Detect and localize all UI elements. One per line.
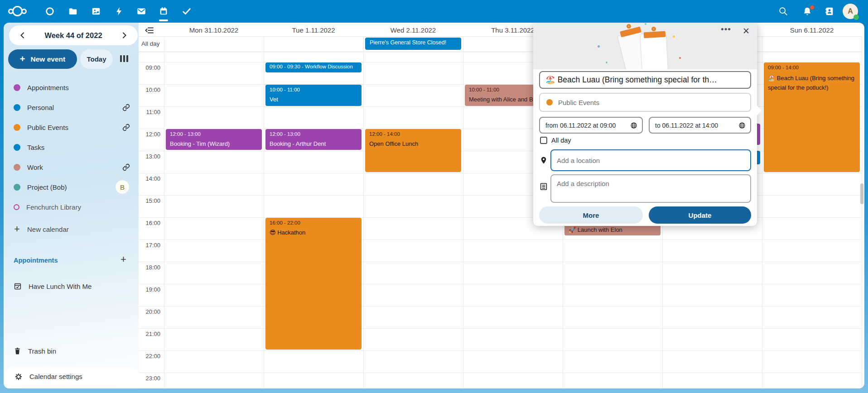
event-beach-luau[interactable]: 09:00 - 14:00 🏖️ Beach Luau (Bring somet… [764,62,860,172]
calendar-color-ring [14,204,19,210]
photos-app-icon[interactable] [87,2,105,20]
new-event-button[interactable]: + New event [8,49,77,69]
calendar-select[interactable]: Public Events [539,93,751,112]
calendar-item-appointments[interactable]: Appointments [14,82,69,93]
calendar-color-dot [14,104,20,111]
timezone-globe-icon[interactable] [630,122,637,129]
top-bar: A [0,0,868,23]
time-label: 23:00 [139,375,160,382]
collapse-all-day-icon[interactable] [145,27,154,34]
event-illustration: ••• ✕ [533,22,757,69]
new-calendar-button[interactable]: + New calendar [14,224,69,235]
calendar-item-tasks[interactable]: Tasks [14,142,44,153]
previous-week-icon[interactable] [19,32,26,39]
contacts-icon[interactable] [820,2,839,20]
calendar-check-icon [14,282,22,290]
calendar-settings-button[interactable]: Calendar settings [5,367,139,386]
view-toggle-icon[interactable] [120,55,130,63]
location-pin-icon [540,156,548,165]
trash-bin-button[interactable]: Trash bin [14,345,56,356]
share-link-icon[interactable] [122,163,130,171]
all-day-checkbox[interactable]: All day [540,137,571,144]
hour-line [139,240,862,240]
event-open-office-lunch[interactable]: 12:00 - 14:00 Open Office Lunch [365,129,461,172]
shared-by-badge: B [116,180,129,194]
timezone-globe-icon[interactable] [738,122,746,129]
calendar-item-personal[interactable]: Personal [14,102,54,113]
day-header-tue: Tue 1.11.2022 [264,26,363,34]
share-link-icon[interactable] [122,124,130,131]
avatar-initial: A [848,7,853,15]
scrollbar-thumb[interactable] [860,183,863,204]
online-status-dot [854,14,859,20]
time-label: 16:00 [139,220,160,226]
all-day-label: All day [141,40,160,47]
update-button[interactable]: Update [649,206,751,224]
time-label: 11:00 [139,109,160,115]
activity-app-icon[interactable] [110,2,128,20]
time-label: 13:00 [139,153,160,160]
column-line [164,36,164,388]
event-booking-arthur[interactable]: 12:00 - 13:00 Booking - Arthur Dent [265,129,362,150]
calendar-color-dot [14,144,20,151]
day-header-wed: Wed 2.11.2022 [363,26,463,34]
week-label: Week 44 of 2022 [44,31,102,40]
notification-dot [810,5,814,10]
column-line [463,36,463,388]
from-datetime-picker[interactable]: from 06.11.2022 at 09:00 [539,117,643,134]
event-title-input[interactable]: 🏖️ Beach Luau (Bring something special f… [539,71,751,89]
time-label: 14:00 [139,175,160,182]
sidebar: Week 44 of 2022 + New event Today Appoin… [4,23,139,388]
calendar-color-dot [14,84,20,91]
talk-app-icon[interactable] [41,2,59,20]
to-datetime-picker[interactable]: to 06.11.2022 at 14:00 [649,117,751,134]
day-header-mon: Mon 31.10.2022 [164,26,264,34]
event-hackathon[interactable]: 16:00 - 22:00 😎 Hackathon [265,218,362,350]
mail-app-icon[interactable] [132,2,150,20]
today-button[interactable]: Today [80,49,113,69]
event-pierres-store-closed[interactable]: Pierre's General Store Closed! [365,38,461,50]
calendar-item-fenchurch-library[interactable]: Fenchurch Library [14,201,81,212]
event-booking-tim[interactable]: 12:00 - 13:00 Booking - Tim (Wizard) [166,129,262,150]
calendar-item-project-bob[interactable]: Project (Bob) [14,182,67,192]
files-app-icon[interactable] [64,2,82,20]
time-label: 17:00 [139,242,160,249]
calendar-item-work[interactable]: Work [14,162,43,173]
hour-line [139,373,862,373]
popover-arrow [757,105,762,115]
column-line [264,36,264,388]
checkbox-box[interactable] [540,137,547,144]
avatar[interactable]: A [843,4,858,19]
event-vet[interactable]: 10:00 - 11:00 Vet [265,85,362,106]
search-icon[interactable] [774,2,792,20]
more-button[interactable]: More [539,206,643,224]
nextcloud-logo[interactable] [8,5,34,18]
calendar-app-icon[interactable] [154,2,173,20]
column-line [862,36,862,388]
add-appointment-config-icon[interactable]: + [121,254,126,265]
calendar-item-public-events[interactable]: Public Events [14,122,68,133]
appointment-link-have-lunch[interactable]: Have Lunch With Me [14,281,92,292]
hour-line [139,350,862,351]
calendar-color-dot [14,124,20,131]
share-link-icon[interactable] [122,104,130,111]
next-week-icon[interactable] [121,32,128,39]
time-label: 21:00 [139,331,160,337]
plus-icon: + [20,54,25,64]
column-line [363,36,364,388]
more-actions-icon[interactable]: ••• [721,24,731,34]
time-label: 09:00 [139,64,160,71]
close-icon[interactable]: ✕ [743,26,750,36]
tasks-app-icon[interactable] [178,2,196,20]
time-label: 22:00 [139,353,160,359]
location-input[interactable] [550,149,751,171]
calendar-color-dot [14,184,20,191]
description-textarea[interactable] [550,174,751,203]
event-workflow-discussion[interactable]: 09:00 - 09:30 - Workflow Discussion [265,62,362,72]
gear-icon [14,373,23,381]
week-navigation[interactable]: Week 44 of 2022 [9,25,138,45]
description-icon [540,182,548,191]
calendar-color-dot [14,164,20,171]
notifications-bell-icon[interactable] [798,2,816,20]
time-label: 10:00 [139,86,160,93]
